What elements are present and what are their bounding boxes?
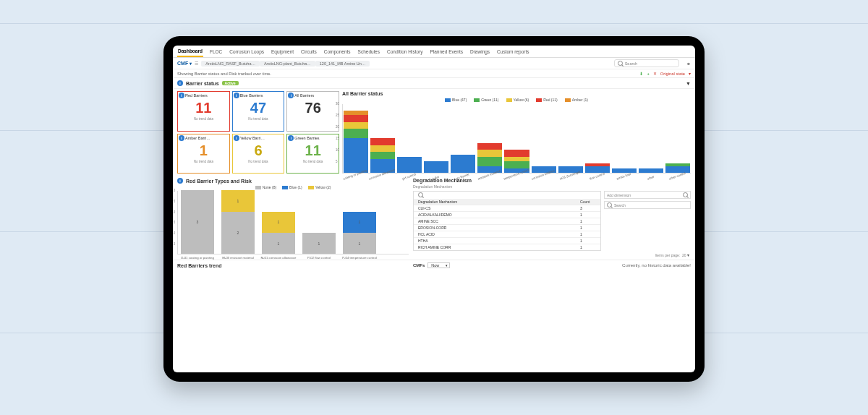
bar-column[interactable]: 11M-01 corrosion allowance: [262, 212, 295, 254]
table-header[interactable]: Degradation Mechanism: [414, 199, 579, 205]
bar-column[interactable]: flow control: [585, 163, 610, 173]
tab-corrosion-loops[interactable]: Corrosion Loops: [229, 48, 265, 56]
info-icon[interactable]: i: [179, 93, 184, 98]
info-icon[interactable]: i: [288, 135, 294, 141]
chevron-down-icon: ▾: [190, 61, 192, 66]
menu-icon[interactable]: ☰: [195, 61, 198, 66]
tab-planned-events[interactable]: Planned Events: [429, 48, 464, 56]
original-state-link[interactable]: Original state: [660, 72, 685, 76]
card-title: Blue Barriers: [240, 93, 263, 98]
card-title: Red Barriers: [185, 93, 208, 98]
card-value: 6: [254, 142, 262, 159]
bar-column[interactable]: resistant material: [477, 143, 502, 174]
search-input[interactable]: Search: [614, 59, 679, 67]
bar-column[interactable]: other: [639, 168, 663, 173]
barrier-status-header: i Barrier status Active ▼: [173, 78, 695, 89]
bar-column[interactable]: pH control: [397, 157, 422, 173]
legend-item: Amber (1): [565, 98, 588, 102]
tab-dashboard[interactable]: Dashboard: [177, 47, 203, 57]
add-dimension-input[interactable]: Add dimension: [604, 191, 691, 199]
table-row[interactable]: EROSION-CORR1: [414, 224, 600, 231]
add-icon[interactable]: +: [647, 72, 649, 76]
bar-column[interactable]: corrosion inhibitor: [532, 166, 556, 174]
tab-drawings[interactable]: Drawings: [469, 48, 490, 56]
bar-column[interactable]: H2S Scavenger: [558, 166, 583, 174]
barrier-card[interactable]: i Amber Barri… 1 No trend data: [177, 134, 230, 174]
filter-icon[interactable]: ▼: [686, 81, 691, 86]
bar-column[interactable]: temperature control: [504, 150, 529, 173]
card-title: All Barriers: [294, 93, 314, 98]
description-row: Showing Barrier status and Risk tracked …: [173, 69, 695, 78]
search-icon[interactable]: [418, 192, 423, 197]
card-title: Yellow Barri…: [240, 136, 265, 140]
info-icon[interactable]: i: [177, 80, 183, 86]
table-row[interactable]: ACID/ALKALI/DEMO1: [414, 211, 600, 218]
card-footer: No trend data: [248, 117, 268, 121]
tab-components[interactable]: Components: [323, 48, 352, 56]
card-value: 47: [250, 100, 266, 116]
breadcrumb[interactable]: ArcticLNG-plant_Butuha…: [260, 61, 315, 67]
table-header[interactable]: Count: [579, 199, 600, 205]
bar-column[interactable]: other control: [665, 163, 690, 173]
info-icon[interactable]: i: [288, 93, 294, 98]
table-row[interactable]: CUI-CS3: [414, 205, 600, 211]
table-search-input[interactable]: Search: [604, 201, 691, 209]
bar-column[interactable]: 21M-03 resistant material: [221, 190, 255, 254]
items-per-page-select[interactable]: 20 ▾: [682, 253, 689, 257]
tab-custom-reports[interactable]: Custom reports: [496, 48, 529, 56]
close-icon[interactable]: ✕: [653, 72, 657, 76]
x-axis-label: P-02 flow control: [307, 256, 331, 260]
bar-column[interactable]: corrosion allowance: [370, 138, 395, 173]
bar-column[interactable]: 11P-04 temperature control: [343, 212, 376, 254]
breadcrumb[interactable]: 120_141_MB Amine Un…: [315, 61, 370, 67]
search-icon: [618, 61, 623, 66]
bar-column[interactable]: coating or painting: [344, 111, 368, 173]
tab-schedules[interactable]: Schedules: [357, 48, 380, 56]
barrier-card[interactable]: i Yellow Barri… 6 No trend data: [232, 134, 285, 174]
degradation-table: Degradation MechanismCount CUI-CS3ACID/A…: [413, 191, 601, 251]
tab-equipment[interactable]: Equipment: [271, 48, 294, 56]
barrier-card[interactable]: i All Barriers 76: [286, 91, 339, 132]
table-row[interactable]: RICH AMINE CORR1: [414, 244, 600, 250]
tab-condition-history[interactable]: Condition History: [386, 48, 424, 56]
card-footer: No trend data: [194, 160, 213, 163]
degradation-subtitle: Degradation Mechanism: [413, 184, 691, 189]
info-icon[interactable]: i: [234, 135, 239, 141]
cmf-label: CMF: [177, 61, 188, 66]
breadcrumb-row: CMF ▾ ☰ ArcticLNG_RASF_Butuha…ArcticLNG-…: [173, 58, 695, 69]
breadcrumb[interactable]: ArcticLNG_RASF_Butuha…: [201, 61, 260, 67]
x-axis-label: M-01 corrosion allowance: [261, 256, 297, 260]
table-row[interactable]: HCL ACID1: [414, 231, 600, 237]
app-screen: DashboardFLOCCorrosion LoopsEquipmentCir…: [173, 46, 695, 372]
bar-column[interactable]: erratic liner: [612, 168, 637, 173]
bar-column[interactable]: No Barrier: [451, 155, 475, 174]
user-icon[interactable]: ☻: [686, 61, 691, 66]
search-placeholder: Search: [625, 61, 637, 66]
tablet-frame: DashboardFLOCCorrosion LoopsEquipmentCir…: [163, 36, 705, 382]
cmf-selector[interactable]: CMF ▾: [177, 61, 192, 66]
table-pagination: Items per page: 20 ▾: [413, 251, 691, 257]
barrier-card[interactable]: i Red Barriers 11 No trend data: [177, 91, 230, 132]
red-barriers-trend-title: Red Barriers trend: [177, 263, 409, 268]
bar-column[interactable]: fuller: [424, 161, 448, 173]
barrier-card[interactable]: i Blue Barriers 47 No trend data: [232, 91, 285, 132]
card-value: 11: [305, 142, 321, 159]
search-icon: [607, 202, 612, 208]
status-badge: Active: [222, 81, 239, 85]
chevron-down-icon: ▾: [689, 71, 691, 76]
bar-column[interactable]: 1P-02 flow control: [302, 233, 336, 254]
table-row[interactable]: HTHA1: [414, 237, 600, 244]
info-icon[interactable]: i: [177, 178, 183, 184]
card-value: 76: [305, 100, 321, 116]
bar-column[interactable]: 3D-01 coating or painting: [181, 190, 214, 254]
tab-floc[interactable]: FLOC: [209, 48, 223, 56]
table-row[interactable]: AMINE SCC1: [414, 218, 600, 224]
main-tabs: DashboardFLOCCorrosion LoopsEquipmentCir…: [173, 46, 695, 58]
cmfs-dropdown[interactable]: Now: [427, 262, 450, 268]
info-icon[interactable]: i: [179, 135, 184, 141]
download-icon[interactable]: ⬇: [639, 72, 643, 76]
search-icon: [683, 192, 688, 197]
info-icon[interactable]: i: [234, 93, 239, 98]
tab-circuits[interactable]: Circuits: [300, 48, 318, 56]
barrier-card[interactable]: i Green Barries 11 No trend data: [286, 134, 339, 174]
